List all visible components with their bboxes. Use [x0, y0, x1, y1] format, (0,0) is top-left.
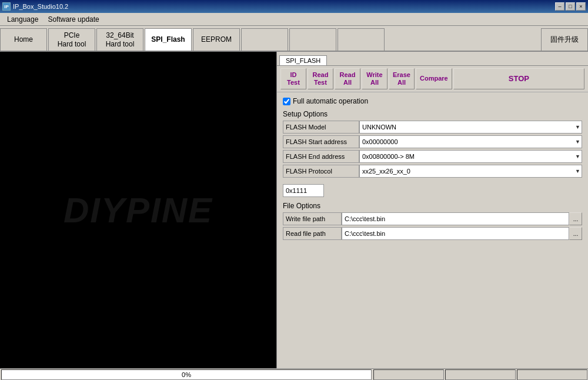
write-file-input[interactable]: C:\ccc\test.bin — [342, 212, 569, 225]
read-test-button[interactable]: Read Test — [308, 68, 333, 89]
nav-tab-8[interactable] — [338, 28, 385, 51]
read-file-row: Read file path C:\ccc\test.bin ... — [283, 227, 582, 240]
maximize-button[interactable]: □ — [566, 2, 575, 11]
left-panel: DIYPINE — [0, 52, 276, 368]
write-file-label: Write file path — [283, 212, 342, 225]
erase-all-button[interactable]: Erase All — [389, 68, 415, 89]
compare-button[interactable]: Compare — [416, 68, 452, 89]
write-file-row: Write file path C:\ccc\test.bin ... — [283, 212, 582, 225]
flash-model-select[interactable]: UNKNOWN ▼ — [359, 121, 582, 134]
minimize-button[interactable]: – — [555, 2, 564, 11]
nav-tab-home[interactable]: Home — [0, 28, 47, 51]
close-button[interactable]: × — [576, 2, 586, 11]
write-all-button[interactable]: Write All — [362, 68, 387, 89]
flash-end-row: FLASH End address 0x00800000-> 8M ▼ — [283, 150, 582, 163]
setup-options-label: Setup Options — [283, 110, 582, 118]
nav-tab-firmware[interactable]: 固件升级 — [541, 28, 588, 51]
window-controls: – □ × — [555, 2, 586, 11]
spi-flash-tab[interactable]: SPI_FLASH — [279, 55, 327, 65]
flash-model-row: FLASH Model UNKNOWN ▼ — [283, 121, 582, 134]
flash-end-arrow: ▼ — [575, 154, 582, 159]
nav-tabs: Home PCIe Hard tool 32_64Bit Hard tool S… — [0, 26, 588, 52]
flash-protocol-arrow: ▼ — [575, 168, 582, 174]
menu-bar: Language Software update — [0, 13, 588, 26]
flash-start-arrow: ▼ — [575, 139, 582, 145]
status-cell-1 — [373, 369, 444, 380]
flash-end-select[interactable]: 0x00800000-> 8M ▼ — [359, 150, 582, 163]
read-file-browse[interactable]: ... — [569, 227, 582, 240]
flash-protocol-select[interactable]: xx25_xx26_xx_0 ▼ — [359, 165, 582, 178]
title-bar-left: IP IP_Box_Studio10.2 — [2, 2, 68, 11]
flash-end-label: FLASH End address — [283, 150, 359, 163]
title-bar: IP IP_Box_Studio10.2 – □ × — [0, 0, 588, 13]
nav-tab-eeprom[interactable]: EEPROM — [193, 28, 240, 51]
nav-tab-6[interactable] — [241, 28, 288, 51]
flash-start-label: FLASH Start address — [283, 135, 359, 148]
app-title: IP_Box_Studio10.2 — [13, 3, 68, 10]
read-file-input[interactable]: C:\ccc\test.bin — [342, 227, 569, 240]
id-test-button[interactable]: ID Test — [280, 68, 306, 89]
menu-software-update[interactable]: Software update — [43, 14, 103, 25]
main-area: DIYPINE SPI_FLASH ID Test Read Test Read… — [0, 52, 588, 368]
flash-protocol-row: FLASH Protocol xx25_xx26_xx_0 ▼ — [283, 165, 582, 178]
status-bar: 0% — [0, 368, 588, 380]
status-cell-3 — [517, 369, 587, 380]
full-auto-label: Full automatic operation — [293, 97, 368, 105]
hex-input[interactable] — [283, 184, 324, 197]
read-file-label: Read file path — [283, 227, 342, 240]
file-options-label: File Options — [283, 202, 582, 210]
flash-protocol-label: FLASH Protocol — [283, 165, 359, 178]
nav-tab-spi-flash[interactable]: SPI_Flash — [145, 28, 192, 51]
flash-model-arrow: ▼ — [575, 124, 582, 130]
flash-model-label: FLASH Model — [283, 121, 359, 134]
full-auto-checkbox[interactable] — [283, 98, 290, 105]
right-panel: SPI_FLASH ID Test Read Test Read All Wri… — [276, 52, 588, 368]
spi-flash-tab-strip: SPI_FLASH — [277, 52, 588, 66]
full-auto-row: Full automatic operation — [283, 97, 582, 105]
menu-language[interactable]: Language — [2, 14, 43, 25]
stop-button[interactable]: STOP — [453, 68, 584, 89]
content-area: Full automatic operation Setup Options F… — [277, 92, 588, 368]
flash-start-select[interactable]: 0x00000000 ▼ — [359, 135, 582, 148]
progress-bar: 0% — [1, 369, 372, 380]
toolbar: ID Test Read Test Read All Write All Era… — [277, 66, 588, 92]
nav-tab-pcie[interactable]: PCIe Hard tool — [48, 28, 95, 51]
nav-tab-32bit[interactable]: 32_64Bit Hard tool — [96, 28, 143, 51]
watermark: DIYPINE — [64, 190, 213, 231]
read-all-button[interactable]: Read All — [335, 68, 360, 89]
app-icon: IP — [2, 2, 11, 11]
status-cell-2 — [445, 369, 516, 380]
write-file-browse[interactable]: ... — [569, 212, 582, 225]
nav-tab-7[interactable] — [289, 28, 336, 51]
flash-start-row: FLASH Start address 0x00000000 ▼ — [283, 135, 582, 148]
